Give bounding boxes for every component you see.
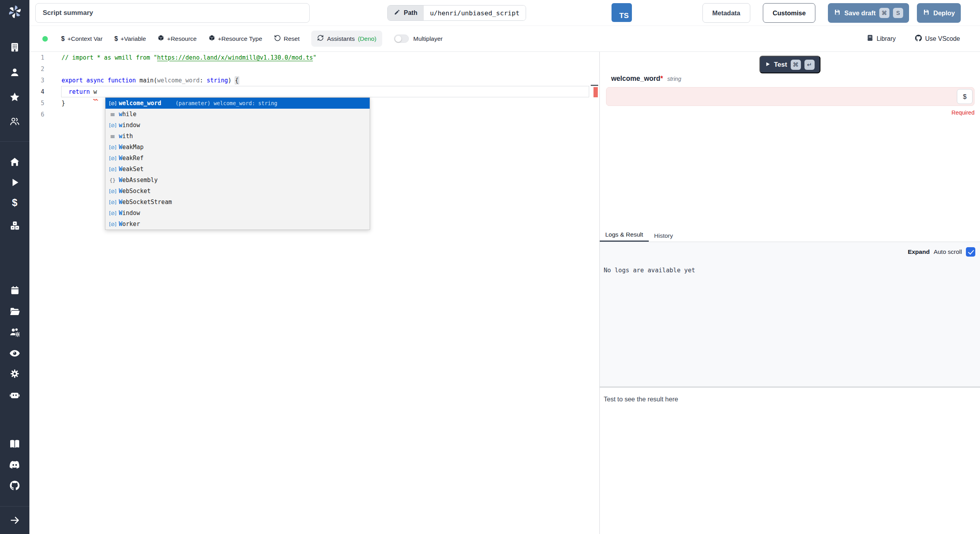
pencil-icon	[394, 9, 400, 17]
expand-button[interactable]: Expand	[908, 248, 930, 255]
suggest-item-selected[interactable]: welcome_word (parameter) welcome_word: s…	[105, 98, 370, 109]
library-button[interactable]: Library	[866, 34, 896, 43]
variable-icon	[107, 166, 118, 172]
sidebar-item-schedules[interactable]	[0, 285, 29, 297]
suggest-item[interactable]: Worker	[105, 219, 370, 230]
sidebar-item-user[interactable]	[0, 67, 29, 79]
path-edit-segment[interactable]: Path	[388, 5, 424, 20]
sidebar-item-discord[interactable]	[0, 459, 29, 472]
suggest-item[interactable]: with	[105, 131, 370, 142]
result-divider[interactable]	[600, 386, 980, 388]
sidebar-item-home[interactable]	[0, 157, 29, 169]
save-draft-button[interactable]: Save draft ⌘ S	[828, 3, 909, 23]
variable-icon	[107, 188, 118, 194]
suggest-item[interactable]: WebSocketStream	[105, 197, 370, 208]
add-context-var-button[interactable]: $ +Context Var	[61, 35, 103, 42]
customise-button[interactable]: Customise	[763, 3, 815, 23]
add-resource-button[interactable]: +Resource	[158, 35, 196, 43]
users-gear-icon	[9, 327, 20, 339]
sidebar-item-audit[interactable]	[0, 348, 29, 361]
code-comment: // import * as wmill from "	[62, 54, 157, 61]
code-line: 1 // import * as wmill from "https://den…	[29, 52, 599, 63]
sidebar-item-runs[interactable]	[0, 177, 29, 189]
home-icon	[9, 157, 20, 169]
assistants-button[interactable]: Assistants (Deno)	[311, 31, 382, 47]
calendar-icon	[10, 285, 20, 297]
autoscroll-checkbox[interactable]	[966, 247, 975, 257]
sidebar-item-groups-admin[interactable]	[0, 327, 29, 339]
topbar: Path u/henri/unbiased_script TS Metadata…	[29, 0, 980, 26]
suggest-item[interactable]: WebSocket	[105, 186, 370, 197]
use-vscode-button[interactable]: Use VScode	[915, 34, 960, 44]
result-placeholder: Test to see the result here	[604, 395, 678, 403]
arrow-right-icon	[9, 515, 20, 527]
path-label: Path	[404, 9, 417, 16]
path-button[interactable]: Path u/henri/unbiased_script	[387, 5, 526, 21]
sidebar-item-groups[interactable]	[0, 116, 29, 128]
content: 1 // import * as wmill from "https://den…	[29, 52, 980, 534]
keyword-icon	[107, 111, 118, 118]
overview-ruler	[589, 52, 599, 534]
sidebar-collapse-button[interactable]	[0, 515, 29, 527]
suggest-item[interactable]: while	[105, 109, 370, 120]
suggest-item[interactable]: WeakRef	[105, 153, 370, 164]
building-icon	[9, 42, 20, 54]
sidebar-item-resources[interactable]	[0, 220, 29, 233]
tab-history[interactable]: History	[649, 228, 679, 242]
reset-button[interactable]: Reset	[274, 35, 300, 43]
suggest-item[interactable]: WeakSet	[105, 164, 370, 175]
suggest-item[interactable]: Window	[105, 208, 370, 219]
kbd-cmd: ⌘	[879, 8, 889, 18]
argument-field-header: welcome_word * string	[611, 75, 681, 83]
sidebar-item-variables[interactable]: $	[0, 197, 29, 208]
suggest-item[interactable]: WeakMap	[105, 142, 370, 153]
deploy-button[interactable]: Deploy	[917, 3, 961, 23]
kbd-s: S	[893, 8, 903, 18]
sidebar-item-docs[interactable]	[0, 438, 29, 451]
book-icon	[866, 34, 874, 43]
variable-picker-button[interactable]: $	[957, 89, 973, 104]
welcome-word-input[interactable]	[606, 87, 975, 106]
path-value[interactable]: u/henri/unbiased_script	[424, 5, 526, 20]
code-editor[interactable]: 1 // import * as wmill from "https://den…	[29, 52, 599, 534]
line-number: 2	[29, 66, 44, 73]
script-summary-input[interactable]	[35, 3, 310, 23]
sidebar-item-favorites[interactable]	[0, 92, 29, 104]
windmill-script-editor: $	[0, 0, 980, 534]
add-variable-button[interactable]: $ +Variable	[114, 35, 146, 42]
play-icon	[10, 177, 20, 189]
windmill-logo[interactable]	[0, 5, 29, 19]
keyword-icon	[107, 133, 118, 140]
save-floppy-icon	[923, 9, 930, 17]
github-icon	[9, 480, 20, 493]
gear-icon	[9, 368, 20, 381]
sidebar-item-workers[interactable]	[0, 389, 29, 402]
main-area: Path u/henri/unbiased_script TS Metadata…	[29, 0, 980, 534]
sidebar-item-github[interactable]	[0, 480, 29, 493]
sidebar-item-workspace[interactable]	[0, 42, 29, 54]
right-panel: Test ⌘ ↵ welcome_word * string $ Require…	[600, 52, 980, 534]
boxes-icon	[9, 220, 20, 233]
sidebar-item-folders[interactable]	[0, 306, 29, 319]
refresh-cw-icon	[317, 35, 324, 43]
code-line-active: 4 return w	[29, 86, 599, 97]
code-link[interactable]: https://deno.land/x/windmill@v1.130.0/mo…	[157, 54, 313, 61]
kbd-enter: ↵	[804, 60, 815, 70]
test-button[interactable]: Test ⌘ ↵	[759, 56, 820, 73]
add-resource-type-button[interactable]: +Resource Type	[209, 35, 262, 43]
suggest-detail: (parameter) welcome_word: string	[175, 100, 277, 106]
multiplayer-label: Multiplayer	[413, 35, 443, 42]
sidebar-item-settings[interactable]	[0, 368, 29, 381]
metadata-button[interactable]: Metadata	[702, 3, 750, 23]
ruler-error-marker	[593, 87, 598, 97]
multiplayer-toggle[interactable]	[394, 35, 409, 43]
discord-icon	[9, 459, 20, 472]
dollar-icon: $	[114, 35, 118, 42]
suggest-item[interactable]: WebAssembly	[105, 175, 370, 186]
suggest-item[interactable]: window	[105, 120, 370, 131]
line-number: 3	[29, 77, 44, 84]
user-icon	[9, 67, 20, 79]
bracket-match: {	[235, 77, 239, 84]
tab-logs-result[interactable]: Logs & Result	[600, 228, 649, 242]
rotate-ccw-icon	[274, 35, 281, 43]
